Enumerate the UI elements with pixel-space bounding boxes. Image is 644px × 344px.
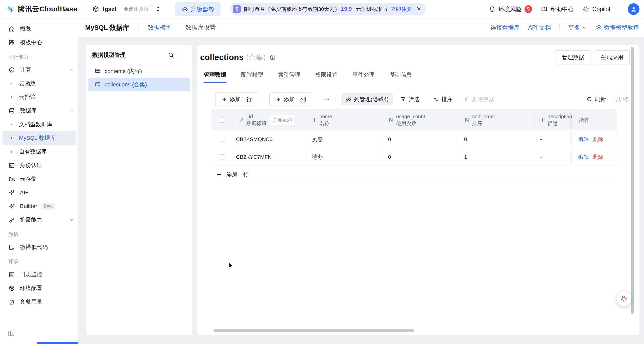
edit-link[interactable]: 编辑: [578, 153, 589, 160]
env-risk-button[interactable]: 环境风险 5: [489, 5, 532, 13]
sidebar-item-ai[interactable]: AI+: [0, 186, 78, 199]
brand-logo[interactable]: 腾讯云CloudBase: [6, 4, 77, 14]
column-header-sort-order[interactable]: N sort_order排序: [458, 110, 534, 130]
toolbar-more-button[interactable]: ⋯: [323, 95, 330, 103]
model-item-contents[interactable]: contents (内容): [88, 64, 190, 78]
topbar-right-divider: [619, 5, 619, 13]
sidebar: 概览 模板中心 基础能力 计算 云函数 云托管 数据库 文档型数据库: [0, 18, 78, 344]
add-model-icon[interactable]: [179, 52, 186, 59]
sidebar-item-weda-lowcode[interactable]: 微搭低代码: [0, 240, 78, 254]
sidebar-item-log-monitor[interactable]: 日志监控: [0, 268, 78, 281]
column-header-usage-count[interactable]: N usage_count使用次数: [382, 110, 458, 130]
toolbar-divider: [336, 95, 336, 103]
manage-data-button[interactable]: 管理数据: [556, 50, 590, 64]
cell-id: CB2KSMQNC0: [233, 130, 306, 148]
link-icon: [8, 217, 15, 223]
column-header-actions: 操作: [572, 110, 616, 130]
cloudbase-logo-icon: [6, 4, 15, 14]
sidebar-collapse-icon[interactable]: [8, 330, 15, 337]
tab-index-management[interactable]: 索引管理: [278, 67, 301, 83]
copilot-floating-button[interactable]: [617, 291, 631, 306]
delete-data-button[interactable]: 删除数据: [464, 96, 494, 103]
sidebar-item-cloud-run[interactable]: 云托管: [0, 90, 78, 104]
sidebar-item-env-config[interactable]: 环境配置: [0, 281, 78, 295]
column-manage-button[interactable]: 列管理(隐藏4): [341, 93, 393, 105]
api-docs-link[interactable]: API 文档: [528, 24, 551, 32]
delete-link[interactable]: 删除: [593, 136, 604, 143]
sidebar-item-plan-usage[interactable]: 套餐用量: [0, 295, 78, 309]
bag-icon: [8, 299, 15, 305]
tab-basic-info[interactable]: 基础信息: [389, 67, 412, 83]
eye-off-icon: [345, 96, 351, 102]
banner-price: 19.9: [341, 6, 352, 12]
generate-app-button[interactable]: 生成应用: [595, 50, 630, 64]
info-icon[interactable]: [269, 54, 276, 61]
horizontal-scrollbar-thumb[interactable]: [213, 329, 414, 332]
cell-description: -: [534, 130, 572, 148]
model-item-collections[interactable]: collections (合集): [88, 78, 190, 91]
home-icon: [8, 26, 15, 32]
sidebar-item-cloud-functions[interactable]: 云函数: [0, 77, 78, 90]
connect-database-link[interactable]: 连接数据库: [491, 24, 520, 32]
env-name[interactable]: fgszt: [102, 6, 116, 13]
page-title: MySQL 数据库: [85, 23, 129, 32]
sidebar-group-compute[interactable]: 计算: [0, 63, 78, 77]
env-switch-icon[interactable]: [155, 6, 161, 12]
search-icon[interactable]: [168, 52, 174, 58]
banner-close-icon[interactable]: ✕: [416, 6, 421, 12]
edit-link[interactable]: 编辑: [578, 136, 589, 143]
sidebar-item-mysql-db[interactable]: MySQL 数据库: [3, 131, 76, 145]
row-checkbox[interactable]: [220, 154, 225, 159]
tab-data-model[interactable]: 数据模型: [148, 24, 172, 32]
sidebar-item-overview[interactable]: 概览: [0, 22, 78, 36]
sidebar-item-template-center[interactable]: 模板中心: [0, 36, 78, 49]
tab-permissions[interactable]: 权限设置: [315, 67, 338, 83]
upgrade-label: 升级套餐: [191, 5, 214, 13]
promo-banner: 限时首月（免费期或环境有效期30天内） 19.9 元升级标准版 立即体验 ✕: [230, 3, 426, 15]
column-header-description[interactable]: T description描述: [534, 110, 572, 130]
delete-link[interactable]: 删除: [593, 153, 604, 160]
table-add-row-button[interactable]: 添加一行: [211, 166, 616, 183]
add-column-button[interactable]: 添加一列: [269, 93, 312, 106]
collection-detail-panel: collections (合集) 管理数据 生成应用 管理数据 配置模型 索引管…: [197, 45, 639, 335]
select-all-checkbox[interactable]: [220, 118, 225, 123]
table-model-icon: [94, 68, 101, 75]
sidebar-item-own-db[interactable]: 自有数据库: [0, 145, 78, 158]
cell-actions: 编辑 删除: [572, 130, 616, 148]
filter-button[interactable]: 筛选: [400, 96, 419, 103]
banner-suffix: 元升级标准版: [356, 6, 388, 13]
compute-icon: [8, 66, 15, 73]
sidebar-item-document-db[interactable]: 文档型数据库: [0, 118, 78, 131]
copilot-button[interactable]: Copilot: [582, 5, 610, 13]
table-toolbar: 添加一行 添加一列 ⋯ 列管理(隐藏4) 筛选 排序: [215, 92, 630, 106]
banner-text: 限时首月（免费期或环境有效期30天内）: [244, 6, 340, 13]
column-header-name[interactable]: T name名称: [306, 110, 382, 130]
sidebar-item-cloud-storage[interactable]: 云存储: [0, 172, 78, 186]
add-row-button[interactable]: 添加一行: [215, 93, 258, 106]
more-dropdown[interactable]: 更多: [568, 24, 587, 32]
sidebar-group-database[interactable]: 数据库: [0, 104, 78, 118]
tab-db-settings[interactable]: 数据库设置: [185, 24, 216, 32]
tab-event-handling[interactable]: 事件处理: [352, 67, 375, 83]
tutorial-link[interactable]: 数据模型教程: [595, 24, 639, 32]
sort-button[interactable]: 排序: [433, 96, 452, 103]
sidebar-item-auth[interactable]: 身份认证: [0, 158, 78, 172]
sidebar-item-builder[interactable]: Builder Beta: [0, 199, 78, 213]
tab-configure-model[interactable]: 配置模型: [241, 67, 264, 83]
help-center-button[interactable]: 帮助中心: [541, 5, 574, 13]
vertical-scrollbar-thumb[interactable]: [631, 47, 634, 314]
primary-display-badge: 主展示列: [270, 115, 294, 125]
cell-usage-count: 0: [382, 130, 458, 148]
chevron-up-icon: [69, 67, 74, 72]
column-header-id[interactable]: # _id数据标识 主展示列: [233, 110, 306, 130]
refresh-button[interactable]: 刷新: [586, 96, 606, 103]
tab-manage-data[interactable]: 管理数据: [203, 67, 227, 83]
upgrade-plan-button[interactable]: 升级套餐: [175, 2, 221, 16]
refresh-icon: [586, 96, 592, 102]
collection-header-buttons: 管理数据 生成应用: [556, 50, 630, 64]
sidebar-group-extensions[interactable]: 扩展能力: [0, 213, 78, 227]
banner-cta-link[interactable]: 立即体验: [391, 6, 412, 13]
book-icon: [541, 6, 548, 13]
user-avatar[interactable]: [628, 3, 639, 15]
row-checkbox[interactable]: [220, 137, 225, 142]
